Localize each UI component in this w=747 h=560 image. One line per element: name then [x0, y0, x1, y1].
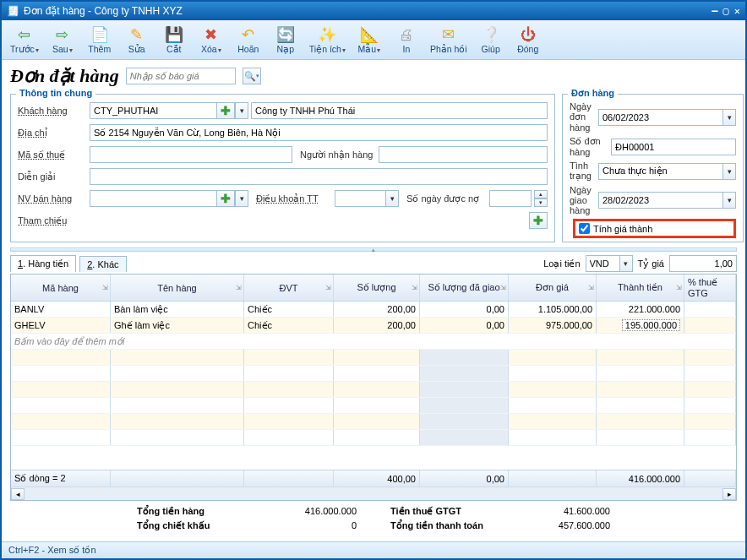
table-row[interactable]: BANLVBàn làm việcChiếc200,000,001.105.00… [11, 302, 736, 318]
order-date-label: Ngày đơn hàng [570, 101, 596, 133]
load-button[interactable]: 🔄Nạp [269, 24, 303, 56]
general-legend: Thông tin chung [16, 88, 95, 98]
add-sales-button[interactable]: ✚ [216, 190, 235, 207]
feedback-button[interactable]: ✉Phản hồi [427, 24, 471, 56]
order-no-label: Số đơn hàng [570, 136, 608, 157]
customer-code-input[interactable] [90, 102, 216, 119]
currency-input[interactable] [586, 255, 619, 272]
close-window-button[interactable]: ✕ [734, 5, 740, 17]
delivery-label: Ngày giao hàng [570, 185, 596, 215]
tax-label[interactable]: Mã số thuế [18, 150, 87, 160]
app-icon: 🧾 [7, 5, 19, 17]
horizontal-scrollbar[interactable]: ◂▸ [11, 487, 736, 500]
tax-input[interactable] [90, 146, 292, 163]
currency-label: Loại tiền [543, 258, 580, 269]
general-info-panel: Thông tin chung Khách hàng ✚▾ Địa chỉ Mã… [10, 94, 555, 242]
address-input[interactable] [90, 124, 548, 141]
debtdays-input[interactable] [489, 190, 532, 207]
order-date-input[interactable] [598, 109, 722, 126]
statusbar: Ctrl+F2 - Xem số tồn [2, 541, 745, 558]
note-label: Diễn giải [18, 171, 87, 182]
table-row[interactable]: GHELVGhế làm việcChiếc200,000,00975.000,… [11, 318, 736, 334]
tab-other[interactable]: 2. Khác [79, 256, 126, 272]
grid-body[interactable]: BANLVBàn làm việcChiếc200,000,001.105.00… [11, 302, 736, 470]
status-input[interactable] [598, 163, 722, 180]
grid-header: Mã hàng⇲ Tên hàng⇲ ĐVT⇲ Số lượng⇲ Số lượ… [11, 275, 736, 302]
order-date-picker[interactable]: ▾ [722, 109, 736, 126]
main-window: 🧾 Đơn đặt hàng - Công ty TNHH XYZ — ▢ ✕ … [0, 0, 747, 560]
sales-input[interactable] [90, 190, 216, 207]
customer-label[interactable]: Khách hàng [18, 106, 87, 116]
debtdays-up[interactable]: ▴ [534, 190, 548, 198]
calc-cost-checkbox[interactable] [579, 223, 590, 234]
toolbar: ⇦Trước▾ ⇨Sau▾ 📄Thêm ✎Sửa 💾Cắt ✖Xóa▾ ↶Hoã… [2, 20, 745, 60]
sales-dropdown[interactable]: ▾ [235, 190, 248, 207]
new-row[interactable]: Bấm vào đây để thêm mới [11, 334, 736, 350]
splitter[interactable]: ▴ [10, 247, 737, 252]
rate-input[interactable] [669, 255, 737, 272]
delete-button[interactable]: ✖Xóa▾ [194, 24, 228, 56]
minimize-button[interactable]: — [712, 5, 717, 17]
content: Đơn đặt hàng 🔍▾ Thông tin chung Khách hà… [2, 60, 745, 541]
window-title: Đơn đặt hàng - Công ty TNHH XYZ [24, 5, 712, 17]
titlebar: 🧾 Đơn đặt hàng - Công ty TNHH XYZ — ▢ ✕ [2, 2, 745, 20]
debtdays-down[interactable]: ▾ [534, 198, 548, 207]
undo-button[interactable]: ↶Hoãn [232, 24, 265, 56]
cut-button[interactable]: 💾Cắt [157, 24, 191, 56]
status-dropdown[interactable]: ▾ [722, 163, 736, 180]
sales-label[interactable]: NV bán hàng [18, 193, 87, 204]
calc-cost-highlight: Tính giá thành [573, 219, 736, 238]
note-input[interactable] [90, 168, 548, 185]
terms-dropdown[interactable]: ▾ [385, 190, 399, 207]
scroll-left[interactable]: ◂ [11, 488, 25, 500]
currency-dropdown[interactable]: ▾ [619, 255, 633, 272]
customer-dropdown[interactable]: ▾ [235, 102, 248, 119]
template-button[interactable]: 📐Mẫu▾ [352, 24, 386, 56]
add-customer-button[interactable]: ✚ [216, 102, 235, 119]
delivery-input[interactable] [598, 192, 722, 209]
grid-footer: Số dòng = 2400,000,00416.000.000 [11, 470, 736, 487]
address-label[interactable]: Địa chỉ [18, 128, 87, 139]
tabs: 1. Hàng tiền 2. Khác Loại tiền ▾ Tỷ giá [10, 255, 737, 272]
debtdays-label: Số ngày được nợ [406, 193, 487, 204]
edit-button[interactable]: ✎Sửa [120, 24, 154, 56]
quote-input[interactable] [126, 68, 236, 84]
maximize-button[interactable]: ▢ [723, 5, 729, 17]
close-button[interactable]: ⏻Đóng [511, 24, 545, 56]
receiver-input[interactable] [379, 146, 548, 163]
items-grid: Mã hàng⇲ Tên hàng⇲ ĐVT⇲ Số lượng⇲ Số lượ… [10, 274, 737, 501]
order-legend: Đơn hàng [568, 88, 618, 99]
totals: Tổng tiền hàng416.000.000 Tổng chiết khấ… [10, 501, 737, 536]
tab-items[interactable]: 1. Hàng tiền [10, 255, 76, 272]
order-panel: Đơn hàng Ngày đơn hàng▾ Số đơn hàng Tình… [562, 94, 744, 242]
help-button[interactable]: ❔Giúp [474, 24, 508, 56]
util-button[interactable]: ✨Tiện ích▾ [306, 24, 349, 56]
add-button[interactable]: 📄Thêm [83, 24, 117, 56]
search-quote-button[interactable]: 🔍▾ [243, 68, 261, 84]
print-button[interactable]: 🖨In [390, 24, 423, 56]
delivery-picker[interactable]: ▾ [722, 192, 736, 209]
terms-label[interactable]: Điều khoản TT [256, 193, 332, 204]
scroll-right[interactable]: ▸ [722, 488, 736, 500]
forward-button[interactable]: ⇨Sau▾ [46, 24, 79, 56]
page-title: Đơn đặt hàng [10, 65, 119, 87]
add-ref-button[interactable]: ✚ [529, 212, 548, 229]
back-button[interactable]: ⇦Trước▾ [7, 24, 42, 56]
rate-label: Tỷ giá [638, 258, 664, 269]
ref-label[interactable]: Tham chiếu [18, 215, 87, 226]
terms-input[interactable] [335, 190, 385, 207]
order-no-input[interactable] [611, 139, 736, 155]
status-label: Tình trạng [570, 160, 596, 182]
receiver-label: Người nhận hàng [300, 150, 376, 160]
customer-name-input[interactable] [251, 102, 548, 119]
calc-cost-label: Tính giá thành [593, 224, 652, 234]
